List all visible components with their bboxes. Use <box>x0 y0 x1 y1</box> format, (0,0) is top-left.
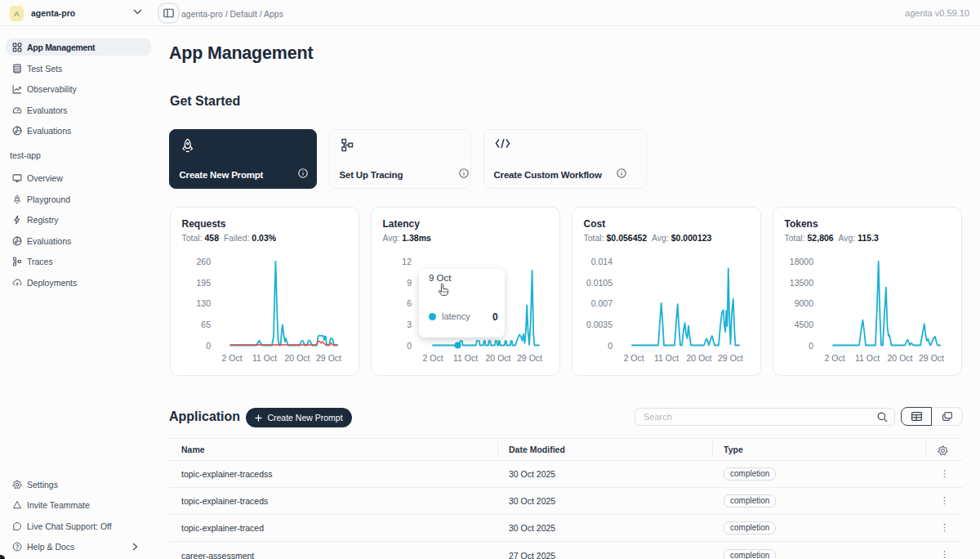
svg-text:11 Oct: 11 Oct <box>855 353 880 363</box>
svg-text:2 Oct: 2 Oct <box>824 353 844 363</box>
svg-text:18000: 18000 <box>790 257 813 266</box>
svg-text:12: 12 <box>402 257 412 266</box>
svg-text:29 Oct: 29 Oct <box>316 353 341 363</box>
svg-text:2 Oct: 2 Oct <box>422 353 443 363</box>
svg-text:65: 65 <box>201 320 211 329</box>
svg-text:260: 260 <box>196 257 211 266</box>
svg-text:2 Oct: 2 Oct <box>221 353 242 363</box>
svg-text:3: 3 <box>407 320 412 329</box>
svg-text:20 Oct: 20 Oct <box>888 353 913 363</box>
svg-text:29 Oct: 29 Oct <box>919 353 944 363</box>
svg-text:0: 0 <box>608 341 612 351</box>
svg-text:9000: 9000 <box>795 298 814 308</box>
svg-text:11 Oct: 11 Oct <box>252 353 277 363</box>
svg-text:0: 0 <box>808 341 813 351</box>
svg-text:195: 195 <box>196 278 211 288</box>
svg-text:6: 6 <box>407 298 412 308</box>
svg-text:11 Oct: 11 Oct <box>654 353 679 363</box>
svg-text:0.014: 0.014 <box>591 257 612 266</box>
svg-text:20 Oct: 20 Oct <box>285 353 310 363</box>
svg-text:0: 0 <box>407 341 412 351</box>
svg-text:4500: 4500 <box>795 320 814 329</box>
svg-text:11 Oct: 11 Oct <box>453 353 478 363</box>
svg-text:0.0035: 0.0035 <box>586 320 612 329</box>
svg-text:9: 9 <box>407 278 412 288</box>
svg-text:0.0105: 0.0105 <box>586 278 612 288</box>
svg-text:0.007: 0.007 <box>591 298 612 308</box>
svg-text:20 Oct: 20 Oct <box>687 353 712 363</box>
svg-text:0: 0 <box>206 341 211 351</box>
svg-text:29 Oct: 29 Oct <box>517 353 542 363</box>
svg-text:130: 130 <box>196 298 211 308</box>
svg-text:13500: 13500 <box>790 278 813 288</box>
svg-text:2 Oct: 2 Oct <box>623 353 644 363</box>
svg-text:20 Oct: 20 Oct <box>486 353 511 363</box>
svg-text:29 Oct: 29 Oct <box>718 353 743 363</box>
